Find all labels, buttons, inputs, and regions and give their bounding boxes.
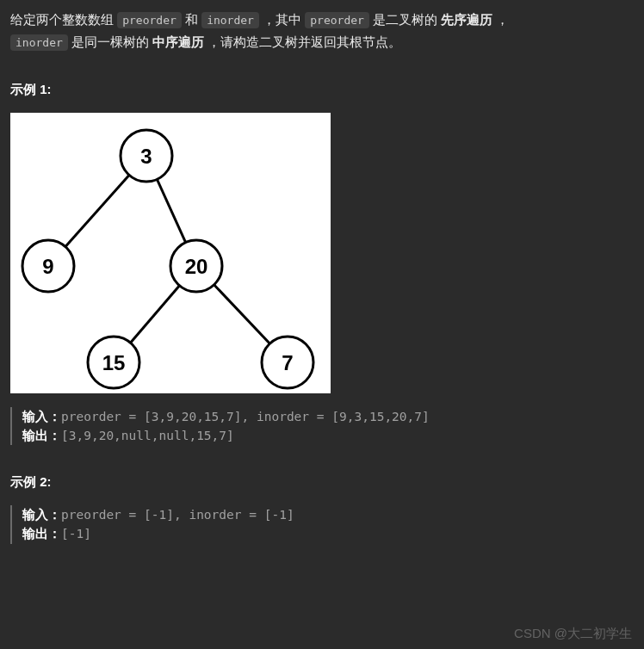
- output-value: [-1]: [61, 527, 91, 541]
- svg-text:20: 20: [185, 255, 208, 278]
- tree-node-right-left: 15: [88, 337, 139, 388]
- io-line: 输出：[-1]: [22, 524, 634, 543]
- binary-tree-svg: 3 9 20 15 7: [10, 113, 331, 393]
- tree-diagram: 3 9 20 15 7: [10, 113, 331, 393]
- tree-node-right-right: 7: [262, 337, 313, 388]
- desc-text: 是同一棵树的: [71, 34, 149, 49]
- tree-node-left: 9: [22, 240, 74, 292]
- desc-text: 给定两个整数数组: [10, 12, 117, 27]
- output-value: [3,9,20,null,null,15,7]: [61, 429, 234, 442]
- input-label: 输入：: [22, 410, 61, 423]
- desc-text: 是二叉树的: [373, 12, 437, 27]
- input-value: preorder = [3,9,20,15,7], inorder = [9,3…: [61, 410, 430, 423]
- desc-text: ，请构造二叉树并返回其根节点。: [207, 34, 401, 49]
- problem-description: 给定两个整数数组 preorder 和 inorder ，其中 preorder…: [10, 9, 634, 53]
- svg-text:3: 3: [140, 145, 152, 168]
- input-value: preorder = [-1], inorder = [-1]: [61, 508, 294, 522]
- example1-heading: 示例 1:: [10, 78, 634, 101]
- output-label: 输出：: [22, 429, 61, 442]
- code-inorder: inorder: [201, 12, 259, 28]
- io-line: 输入：preorder = [-1], inorder = [-1]: [22, 505, 634, 524]
- code-preorder: preorder: [305, 12, 369, 28]
- code-preorder: preorder: [117, 12, 182, 28]
- svg-text:9: 9: [42, 255, 53, 278]
- example1-io: 输入：preorder = [3,9,20,15,7], inorder = […: [10, 407, 634, 446]
- tree-node-right: 20: [170, 240, 222, 292]
- io-line: 输入：preorder = [3,9,20,15,7], inorder = […: [22, 407, 634, 426]
- tree-node-root: 3: [121, 130, 172, 182]
- desc-text: 和: [185, 12, 201, 27]
- example2-io: 输入：preorder = [-1], inorder = [-1] 输出：[-…: [10, 505, 634, 544]
- bold-preorder-traversal: 先序遍历: [441, 12, 492, 27]
- example2-heading: 示例 2:: [10, 471, 634, 493]
- input-label: 输入：: [22, 508, 61, 522]
- output-label: 输出：: [22, 527, 61, 541]
- code-inorder: inorder: [10, 34, 68, 51]
- watermark: CSDN @大二初学生: [514, 622, 632, 645]
- svg-text:7: 7: [282, 351, 293, 374]
- desc-text: ，: [496, 12, 509, 27]
- desc-text: ，其中: [263, 12, 305, 27]
- io-line: 输出：[3,9,20,null,null,15,7]: [22, 426, 634, 445]
- svg-text:15: 15: [102, 351, 126, 374]
- bold-inorder-traversal: 中序遍历: [152, 34, 204, 49]
